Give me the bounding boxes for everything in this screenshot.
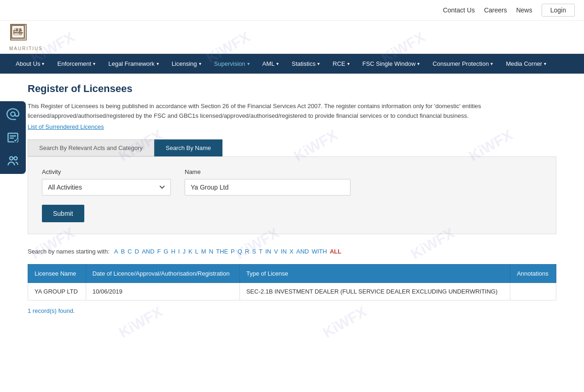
side-email-button[interactable]: [2, 104, 23, 125]
alpha-N[interactable]: N: [209, 248, 213, 255]
nav-licensing[interactable]: Licensing ▾: [165, 54, 208, 74]
nav-fsc-single-window[interactable]: FSC Single Window ▾: [356, 54, 426, 74]
alphabet-filter: Search by names starting with: A B C D A…: [28, 248, 556, 255]
results-table: Licensee Name Date of Licence/Approval/A…: [28, 264, 556, 300]
nav-consumer-arrow: ▾: [491, 61, 493, 66]
table-body: YA GROUP LTD 10/06/2019 SEC-2.1B INVESTM…: [28, 282, 556, 300]
main-nav: About Us ▾ Enforcement ▾ Legal Framework…: [0, 54, 584, 74]
at-sign-icon: [6, 108, 19, 121]
alpha-J[interactable]: J: [182, 248, 186, 255]
col-date: Date of Licence/Approval/Authorisation/R…: [86, 264, 239, 282]
table-header: Licensee Name Date of Licence/Approval/A…: [28, 264, 556, 282]
alpha-P[interactable]: P: [231, 248, 235, 255]
side-panel: [0, 101, 26, 174]
page-description: This Register of Licensees is being publ…: [28, 102, 556, 121]
surrendered-licences-link[interactable]: List of Surrendered Licences: [28, 123, 556, 130]
alphabet-prefix-label: Search by names starting with:: [28, 248, 110, 255]
nav-rce[interactable]: RCE ▾: [326, 54, 356, 74]
alpha-T[interactable]: T: [259, 248, 263, 255]
alpha-V[interactable]: V: [274, 248, 278, 255]
nav-consumer-protection[interactable]: Consumer Protection ▾: [426, 54, 499, 74]
form-row: Activity All ActivitiesBankingInsuranceS…: [42, 168, 542, 196]
tab-search-by-name[interactable]: Search By Name: [154, 139, 222, 156]
alpha-Q[interactable]: Q: [238, 248, 242, 255]
nav-enforcement-arrow: ▾: [93, 61, 95, 66]
nav-supervision[interactable]: Supervision ▾: [208, 54, 256, 74]
svg-point-11: [10, 157, 13, 160]
nav-about-us[interactable]: About Us ▾: [9, 54, 51, 74]
side-community-button[interactable]: [2, 150, 23, 172]
svg-rect-4: [16, 29, 18, 31]
careers-link[interactable]: Careers: [484, 6, 507, 14]
submit-button[interactable]: Submit: [42, 205, 84, 222]
nav-aml-arrow: ▾: [276, 61, 279, 66]
cell-licensee-name: YA GROUP LTD: [28, 282, 86, 300]
name-label: Name: [185, 168, 350, 175]
activity-label: Activity: [42, 168, 171, 175]
login-button[interactable]: Login: [542, 4, 575, 17]
svg-rect-5: [19, 29, 21, 31]
community-icon: [6, 155, 19, 167]
nav-fsc-arrow: ▾: [417, 61, 420, 66]
table-row: YA GROUP LTD 10/06/2019 SEC-2.1B INVESTM…: [28, 282, 556, 300]
logo-tagline: MAURITIUS: [9, 46, 43, 51]
alpha-THE[interactable]: THE: [216, 248, 228, 255]
alpha-WITH[interactable]: WITH: [312, 248, 327, 255]
alpha-A[interactable]: A: [114, 248, 118, 255]
search-form: Activity All ActivitiesBankingInsuranceS…: [28, 156, 556, 234]
search-tabs: Search By Relevant Acts and Category Sea…: [28, 139, 556, 156]
alpha-X[interactable]: X: [290, 248, 294, 255]
svg-rect-6: [14, 32, 23, 33]
alpha-S[interactable]: S: [252, 248, 256, 255]
nav-statistics[interactable]: Statistics ▾: [285, 54, 326, 74]
newsletter-icon: [6, 131, 19, 144]
side-newsletter-button[interactable]: [2, 127, 23, 148]
contact-us-link[interactable]: Contact Us: [443, 6, 475, 14]
nav-media-corner[interactable]: Media Corner ▾: [499, 54, 553, 74]
alpha-G[interactable]: G: [164, 248, 168, 255]
activity-select[interactable]: All ActivitiesBankingInsuranceSecurities…: [42, 179, 171, 196]
alpha-H[interactable]: H: [171, 248, 175, 255]
alpha-D[interactable]: D: [134, 248, 139, 255]
svg-point-8: [11, 112, 15, 116]
nav-rce-arrow: ▾: [347, 61, 350, 66]
svg-point-12: [14, 157, 17, 160]
alpha-B[interactable]: B: [121, 248, 125, 255]
alpha-AND1[interactable]: AND: [142, 248, 154, 255]
alpha-I[interactable]: I: [178, 248, 180, 255]
name-input[interactable]: [185, 179, 350, 196]
logo[interactable]: F S MAURITIUS: [9, 23, 43, 51]
nav-legal-framework[interactable]: Legal Framework ▾: [102, 54, 165, 74]
tab-relevant-acts[interactable]: Search By Relevant Acts and Category: [28, 139, 154, 156]
col-type-of-license: Type of License: [239, 264, 510, 282]
alpha-M[interactable]: M: [201, 248, 206, 255]
nav-aml[interactable]: AML ▾: [256, 54, 286, 74]
name-group: Name: [185, 168, 350, 196]
alpha-C[interactable]: C: [128, 248, 132, 255]
alpha-K[interactable]: K: [188, 248, 193, 255]
cell-date: 10/06/2019: [86, 282, 239, 300]
alpha-F[interactable]: F: [157, 248, 161, 255]
news-link[interactable]: News: [516, 6, 532, 14]
cell-annotations: [510, 282, 556, 300]
nav-supervision-arrow: ▾: [247, 61, 250, 66]
col-licensee-name: Licensee Name: [28, 264, 86, 282]
cell-type-of-license: SEC-2.1B INVESTMENT DEALER (FULL SERVICE…: [239, 282, 510, 300]
alpha-R[interactable]: R: [245, 248, 249, 255]
activity-group: Activity All ActivitiesBankingInsuranceS…: [42, 168, 171, 196]
nav-about-us-arrow: ▾: [42, 61, 44, 66]
nav-media-arrow: ▾: [544, 61, 546, 66]
alpha-ALL[interactable]: ALL: [330, 248, 341, 255]
nav-statistics-arrow: ▾: [317, 61, 320, 66]
alpha-AND2[interactable]: AND: [296, 248, 309, 255]
nav-licensing-arrow: ▾: [199, 61, 201, 66]
alpha-L[interactable]: L: [195, 248, 199, 255]
nav-enforcement[interactable]: Enforcement ▾: [51, 54, 102, 74]
records-found-label: 1 record(s) found.: [28, 307, 556, 314]
alpha-IN1[interactable]: IN: [265, 248, 271, 255]
page-title: Register of Licensees: [28, 83, 556, 95]
alpha-IN2[interactable]: IN: [281, 248, 287, 255]
header: F S MAURITIUS: [0, 21, 584, 54]
nav-legal-arrow: ▾: [157, 61, 159, 66]
logo-icon: F S: [9, 23, 41, 48]
